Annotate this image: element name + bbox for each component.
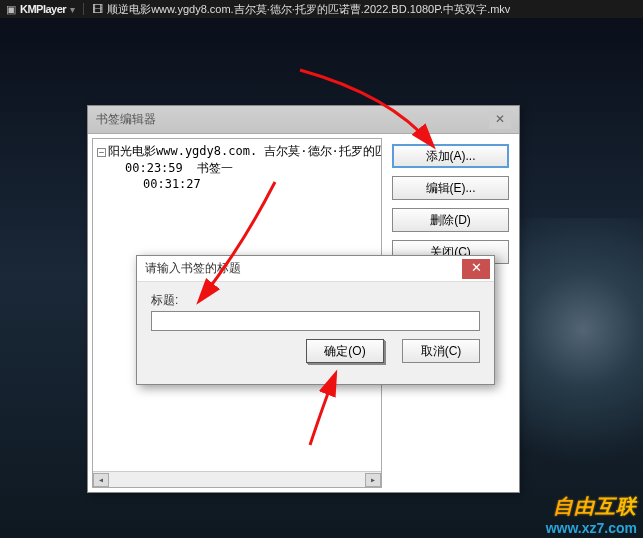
watermark-brand: 自由互联 [546, 493, 637, 520]
collapse-icon[interactable]: − [97, 148, 106, 157]
tree-item[interactable]: 00:23:59 书签一 [97, 160, 377, 177]
bookmark-editor-titlebar[interactable]: 书签编辑器 ✕ [88, 106, 519, 134]
tree-item[interactable]: 00:31:27 [97, 177, 377, 191]
chevron-down-icon[interactable]: ▾ [70, 4, 75, 15]
app-icon: ▣ [6, 3, 16, 16]
title-prompt-dialog: 请输入书签的标题 ✕ 标题: 确定(O) 取消(C) [136, 255, 495, 385]
film-icon: 🎞 [92, 3, 103, 15]
bookmark-editor-title: 书签编辑器 [96, 111, 489, 128]
media-title: 顺逆电影www.ygdy8.com.吉尔莫·德尔·托罗的匹诺曹.2022.BD.… [107, 2, 510, 17]
title-input[interactable] [151, 311, 480, 331]
app-name: KMPlayer [20, 3, 66, 15]
tree-root-item[interactable]: −阳光电影www.ygdy8.com. 吉尔莫·德尔·托罗的匹诺 [97, 143, 377, 160]
add-button[interactable]: 添加(A)... [392, 144, 509, 168]
scroll-right-icon[interactable]: ▸ [365, 473, 381, 487]
ok-button[interactable]: 确定(O) [306, 339, 384, 363]
close-icon[interactable]: ✕ [489, 111, 511, 129]
scroll-left-icon[interactable]: ◂ [93, 473, 109, 487]
title-field-label: 标题: [151, 292, 480, 309]
edit-button[interactable]: 编辑(E)... [392, 176, 509, 200]
title-prompt-titlebar[interactable]: 请输入书签的标题 ✕ [137, 256, 494, 282]
horizontal-scrollbar[interactable]: ◂ ▸ [93, 471, 381, 487]
close-icon[interactable]: ✕ [462, 259, 490, 279]
watermark: 自由互联 www.xz7.com [546, 493, 637, 536]
separator [83, 3, 84, 15]
title-prompt-title: 请输入书签的标题 [145, 260, 462, 277]
watermark-url: www.xz7.com [546, 520, 637, 536]
player-title-bar: ▣ KMPlayer ▾ 🎞 顺逆电影www.ygdy8.com.吉尔莫·德尔·… [0, 0, 643, 18]
delete-button[interactable]: 删除(D) [392, 208, 509, 232]
cancel-button[interactable]: 取消(C) [402, 339, 480, 363]
